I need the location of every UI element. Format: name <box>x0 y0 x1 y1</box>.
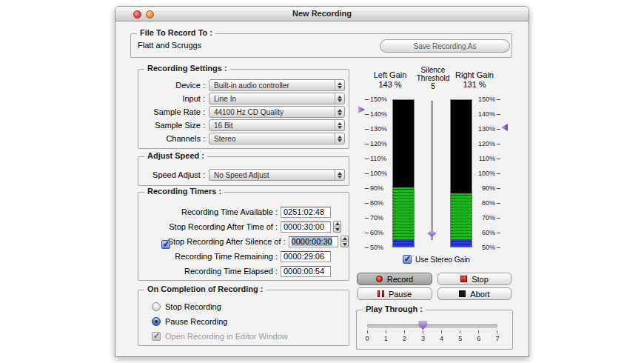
abort-label: Abort <box>470 290 489 299</box>
tick-mark <box>365 159 369 159</box>
tick-row: 150% <box>475 96 500 103</box>
setting-row: Sample Rate : 44100 Hz CD Quality <box>140 105 349 119</box>
play-through-group: Play Through : 01234567 <box>356 310 513 350</box>
pause-button[interactable]: Pause <box>357 287 432 300</box>
tick-row: 150% <box>365 96 390 103</box>
tick-row: 110% <box>475 155 500 162</box>
stepper-down-icon[interactable] <box>341 242 349 248</box>
stereo-gain-row: Use Stereo Gain <box>403 255 470 264</box>
setting-label: Input : <box>140 94 205 103</box>
popup-value: 16 Bit <box>209 121 335 130</box>
stepper-down-icon[interactable] <box>333 227 341 233</box>
stop-after-silence-field[interactable]: 0000:00:30 <box>289 236 339 247</box>
time-elapsed-field[interactable]: 0000:00:54 <box>281 266 331 277</box>
tick-row: 60% <box>365 229 390 236</box>
tick-row: 50% <box>365 244 390 251</box>
stepper-up-icon[interactable] <box>333 221 341 227</box>
popup-arrows-icon <box>335 107 344 117</box>
tick-mark <box>497 144 500 144</box>
silence-threshold-track[interactable] <box>431 101 433 240</box>
pause-label: Pause <box>389 290 412 299</box>
right-level-meter <box>450 99 472 247</box>
record-button[interactable]: Record <box>357 273 432 285</box>
popup-menu[interactable]: Line In <box>209 93 345 104</box>
stop-label: Stop <box>472 275 489 284</box>
left-gain-marker[interactable] <box>358 106 365 113</box>
time-available-field[interactable]: 0251:02:48 <box>281 207 331 218</box>
popup-menu[interactable]: 16 Bit <box>209 119 345 131</box>
tick-row: 60% <box>475 229 500 236</box>
tick-mark <box>497 188 500 189</box>
tick-label: 80% <box>370 199 383 207</box>
popup-value: No Speed Adjust <box>209 171 335 179</box>
stop-after-time-stepper[interactable] <box>333 221 341 233</box>
popup-value: 44100 Hz CD Quality <box>209 108 335 116</box>
popup-menu[interactable]: 44100 Hz CD Quality <box>209 106 345 118</box>
open-in-editor-checkbox[interactable] <box>152 332 161 341</box>
settings-group-legend: Recording Settings : <box>144 64 230 73</box>
play-through-thumb[interactable] <box>418 321 427 330</box>
setting-row: Input : Line In <box>140 92 349 105</box>
time-available-value: 0251:02:48 <box>284 207 324 216</box>
file-group-legend: File To Record To : <box>137 28 215 37</box>
transport-buttons: Record Stop Pause Abort <box>357 273 511 300</box>
setting-label: Sample Size : <box>140 121 205 130</box>
time-remaining-field[interactable]: 0000:29:06 <box>281 251 331 262</box>
stop-after-time-field[interactable]: 0000:30:00 <box>281 222 331 233</box>
tick-mark <box>497 247 500 248</box>
play-through-slider[interactable]: 01234567 <box>367 319 497 347</box>
record-label: Record <box>387 275 413 284</box>
speed-adjust-popup[interactable]: No Speed Adjust <box>209 169 345 181</box>
titlebar[interactable]: New Recording <box>115 7 529 21</box>
abort-button[interactable]: Abort <box>437 287 511 300</box>
tick-label: 70% <box>482 214 495 222</box>
stop-recording-radio[interactable] <box>152 302 161 311</box>
tick-row: 130% <box>365 125 390 133</box>
tick-label: 90% <box>370 184 383 192</box>
tick-label: 130% <box>370 125 387 133</box>
stop-button[interactable]: Stop <box>437 273 511 285</box>
time-remaining-value: 0000:29:06 <box>284 252 324 261</box>
abort-icon <box>459 290 466 297</box>
tick-label: 90% <box>482 184 495 192</box>
save-recording-as-button[interactable]: Save Recording As <box>380 39 510 53</box>
slider-number: 3 <box>419 335 426 342</box>
tick-row: 140% <box>475 110 500 118</box>
pause-recording-option: Pause Recording <box>152 314 349 329</box>
play-through-track[interactable] <box>367 324 497 327</box>
tick-mark <box>365 114 369 115</box>
stepper-up-icon[interactable] <box>341 236 349 242</box>
recording-settings-group: Recording Settings : Device : Built-in a… <box>138 69 349 149</box>
use-stereo-gain-label: Use Stereo Gain <box>415 256 470 264</box>
tick-row: 80% <box>365 199 390 207</box>
tick-label: 110% <box>370 155 386 162</box>
time-remaining-label: Recording Time Remaining : <box>155 252 278 261</box>
tick-row: 50% <box>475 244 500 251</box>
tick-row: 130% <box>475 125 500 133</box>
slider-number: 6 <box>475 335 483 342</box>
tick-mark <box>365 129 369 130</box>
use-stereo-gain-checkbox[interactable] <box>403 255 412 264</box>
popup-menu[interactable]: Built-in audio controller <box>209 79 345 91</box>
popup-menu[interactable]: Stereo <box>209 133 345 144</box>
tick-label: 130% <box>478 125 495 133</box>
tick-mark <box>365 173 369 174</box>
right-gain-marker[interactable] <box>501 124 508 131</box>
right-meter-base <box>451 239 472 247</box>
pause-recording-radio[interactable] <box>152 317 161 326</box>
tick-row: 100% <box>475 170 500 177</box>
stop-after-silence-checkbox[interactable] <box>161 240 170 249</box>
right-meter-fill <box>451 193 472 239</box>
tick-mark <box>365 233 369 233</box>
tick-mark <box>365 247 369 248</box>
left-meter-base <box>393 239 414 247</box>
time-elapsed-value: 0000:00:54 <box>284 267 324 276</box>
tick-mark <box>497 99 500 100</box>
tick-mark <box>497 218 500 219</box>
stop-after-silence-stepper[interactable] <box>341 236 349 247</box>
silence-threshold-handle[interactable] <box>427 230 437 237</box>
tick-row: 70% <box>365 214 390 222</box>
tick-mark <box>365 99 369 100</box>
tick-mark <box>497 203 500 204</box>
slider-number: 2 <box>400 335 408 342</box>
